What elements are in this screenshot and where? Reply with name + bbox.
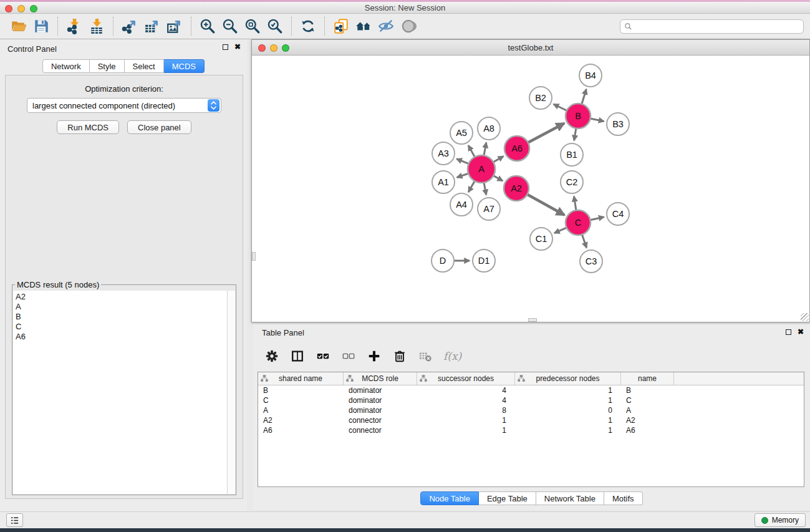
- window-resize-grip[interactable]: [801, 313, 809, 321]
- add-button[interactable]: [367, 349, 382, 364]
- result-scrollbar[interactable]: [227, 291, 235, 494]
- select-all-button[interactable]: [316, 349, 330, 364]
- cell-name[interactable]: B: [621, 386, 674, 395]
- cell-MCDS-role[interactable]: dominator: [344, 406, 417, 415]
- cell-predecessor-nodes[interactable]: 1: [515, 396, 621, 405]
- cell-name[interactable]: A6: [621, 426, 674, 435]
- cell-successor-nodes[interactable]: 4: [417, 386, 515, 395]
- tab-edge-table[interactable]: Edge Table: [479, 491, 536, 505]
- delete-button[interactable]: [392, 349, 407, 364]
- cell-predecessor-nodes[interactable]: 1: [515, 416, 621, 425]
- tab-node-table[interactable]: Node Table: [420, 491, 479, 505]
- cell-shared-name[interactable]: A2: [258, 416, 344, 425]
- delete-table-button[interactable]: [418, 349, 433, 364]
- network-graph[interactable]: AA1A2A3A4A5A6A7A8BB1B2B3B4CC1C2C3C4DD1: [252, 56, 809, 322]
- network-window-titlebar[interactable]: testGlobe.txt: [252, 40, 809, 56]
- cell-shared-name[interactable]: C: [258, 396, 344, 405]
- export-network-button[interactable]: [120, 17, 139, 36]
- table-row[interactable]: Cdominator41C: [258, 395, 804, 405]
- cell-predecessor-nodes[interactable]: 0: [515, 406, 621, 415]
- float-panel-icon[interactable]: [223, 44, 228, 50]
- mcds-tab-content: Optimization criterion: largest connecte…: [5, 75, 243, 499]
- horizontal-scroll-thumb[interactable]: [528, 318, 537, 322]
- cell-successor-nodes[interactable]: 4: [417, 396, 515, 405]
- node-label-C3: C3: [586, 256, 597, 266]
- export-image-button[interactable]: [165, 17, 184, 36]
- node-label-B1: B1: [566, 150, 577, 160]
- close-panel-icon[interactable]: ✖: [234, 44, 241, 50]
- tab-network[interactable]: Network: [42, 59, 90, 73]
- vertical-scroll-thumb[interactable]: [252, 252, 256, 261]
- open-folder-icon: [11, 18, 27, 34]
- column-header-successor-nodes[interactable]: successor nodes: [417, 372, 515, 385]
- column-header-predecessor-nodes[interactable]: predecessor nodes: [515, 372, 621, 385]
- table-row[interactable]: Bdominator41B: [258, 385, 804, 395]
- show-graphics-button[interactable]: [399, 17, 418, 36]
- result-item[interactable]: A: [16, 302, 227, 312]
- tab-style[interactable]: Style: [90, 59, 125, 73]
- cell-shared-name[interactable]: B: [258, 386, 344, 395]
- result-item[interactable]: B: [16, 312, 227, 322]
- cell-name[interactable]: A2: [621, 416, 674, 425]
- function-builder-button[interactable]: f(x): [443, 350, 461, 362]
- cell-MCDS-role[interactable]: dominator: [344, 396, 417, 405]
- home-button[interactable]: [354, 17, 373, 36]
- deselect-all-button[interactable]: [341, 349, 356, 364]
- table-row[interactable]: A6connector11A6: [258, 425, 804, 435]
- import-table-button[interactable]: [87, 17, 106, 36]
- main-toolbar: [0, 14, 810, 39]
- cell-successor-nodes[interactable]: 1: [417, 426, 515, 435]
- refresh-button[interactable]: [299, 17, 317, 36]
- gear-button[interactable]: [264, 349, 279, 364]
- cell-name[interactable]: A: [621, 406, 674, 415]
- cell-shared-name[interactable]: A6: [258, 426, 344, 435]
- tab-network-table[interactable]: Network Table: [536, 491, 604, 505]
- float-table-panel-icon[interactable]: [786, 329, 791, 335]
- cell-MCDS-role[interactable]: connector: [344, 426, 417, 435]
- memory-label: Memory: [772, 516, 799, 525]
- network-canvas[interactable]: AA1A2A3A4A5A6A7A8BB1B2B3B4CC1C2C3C4DD1: [252, 56, 809, 322]
- tab-motifs[interactable]: Motifs: [604, 491, 643, 505]
- table-row[interactable]: Adominator80A: [258, 405, 804, 415]
- cell-successor-nodes[interactable]: 8: [417, 406, 515, 415]
- cell-successor-nodes[interactable]: 1: [417, 416, 515, 425]
- zoom-in-button[interactable]: [198, 17, 217, 36]
- column-header-shared-name[interactable]: shared name: [258, 372, 344, 385]
- tab-mcds[interactable]: MCDS: [164, 59, 205, 73]
- node-table[interactable]: shared nameMCDS rolesuccessor nodesprede…: [258, 372, 804, 487]
- zoom-out-button[interactable]: [221, 17, 239, 36]
- result-item[interactable]: A6: [16, 332, 227, 342]
- zoom-selected-button[interactable]: [266, 17, 284, 36]
- node-label-B4: B4: [585, 70, 596, 80]
- cell-MCDS-role[interactable]: dominator: [344, 386, 417, 395]
- memory-button[interactable]: Memory: [755, 513, 806, 527]
- export-table-button[interactable]: [143, 17, 162, 36]
- optimization-criterion-dropdown[interactable]: largest connected component (directed): [27, 98, 221, 113]
- cell-shared-name[interactable]: A: [258, 406, 344, 415]
- column-header-MCDS-role[interactable]: MCDS role: [344, 372, 417, 385]
- cell-name[interactable]: C: [621, 396, 674, 405]
- hide-annotations-button[interactable]: [377, 17, 395, 36]
- result-item[interactable]: C: [16, 322, 227, 332]
- open-folder-button[interactable]: [9, 17, 28, 36]
- result-item[interactable]: A2: [16, 292, 227, 302]
- run-mcds-button[interactable]: Run MCDS: [57, 120, 119, 134]
- task-history-button[interactable]: [6, 513, 23, 527]
- mcds-result-list[interactable]: A2ABCA6: [13, 291, 227, 494]
- column-header-name[interactable]: name: [621, 372, 674, 385]
- tab-select[interactable]: Select: [125, 59, 164, 73]
- save-button[interactable]: [32, 17, 51, 36]
- cell-predecessor-nodes[interactable]: 1: [515, 426, 621, 435]
- cell-MCDS-role[interactable]: connector: [344, 416, 417, 425]
- close-panel-button[interactable]: Close panel: [127, 120, 191, 134]
- search-input[interactable]: [632, 21, 803, 32]
- zoom-fit-button[interactable]: [243, 17, 262, 36]
- columns-button[interactable]: [290, 349, 305, 364]
- table-row[interactable]: A2connector11A2: [258, 415, 804, 425]
- import-network-button[interactable]: [65, 17, 84, 36]
- close-table-panel-icon[interactable]: ✖: [798, 329, 804, 335]
- duplicate-network-button[interactable]: [332, 17, 350, 36]
- search-box[interactable]: [620, 19, 804, 34]
- toolbar-separator: [324, 17, 325, 36]
- cell-predecessor-nodes[interactable]: 1: [515, 386, 621, 395]
